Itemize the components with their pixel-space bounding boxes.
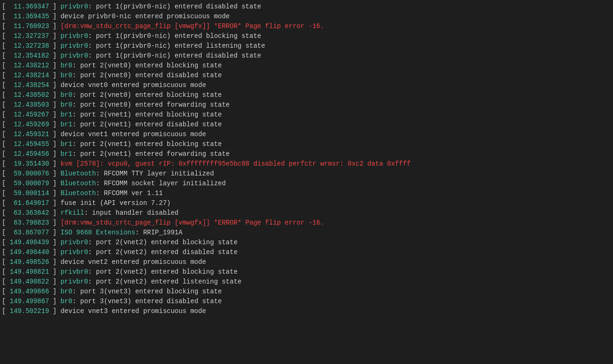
timestamp: 12.327238 xyxy=(6,41,52,51)
log-segment: br0 xyxy=(60,100,72,110)
log-segment: br0 xyxy=(60,297,72,306)
bracket-close: ] xyxy=(52,71,60,80)
log-segment: : port 2(vnet1) entered blocking state xyxy=(72,139,222,149)
bracket-open: [ xyxy=(2,100,6,110)
timestamp: 12.438502 xyxy=(6,90,52,100)
log-line: [ 11.369435] device privbr0-nic entered … xyxy=(0,12,613,22)
log-segment: privbr0 xyxy=(60,2,88,12)
log-segment: device vnet1 entered promiscuous mode xyxy=(60,130,206,139)
log-segment: ISO 9660 Extensions xyxy=(60,228,135,238)
bracket-open: [ xyxy=(2,287,6,297)
log-line: [ 12.438214] br0: port 2(vnet0) entered … xyxy=(0,71,613,80)
timestamp: 19.351430 xyxy=(6,159,52,169)
log-line: [ 149.498439] privbr0: port 2(vnet2) ent… xyxy=(0,238,613,248)
log-segment: kvm [2578]: vcpu0, guest rIP: 0xffffffff… xyxy=(60,159,411,169)
log-line: [ 63.798823] [drm:vmw_stdu_crtc_page_fli… xyxy=(0,218,613,228)
bracket-close: ] xyxy=(52,12,60,22)
bracket-open: [ xyxy=(2,149,6,159)
bracket-close: ] xyxy=(52,257,60,267)
bracket-close: ] xyxy=(52,238,60,248)
log-line: [ 149.498821] privbr0: port 2(vnet2) ent… xyxy=(0,267,613,277)
bracket-close: ] xyxy=(52,31,60,41)
log-line: [ 63.363842] rfkill: input handler disab… xyxy=(0,208,613,218)
log-segment: br1 xyxy=(60,139,72,149)
log-line: [ 149.498526] device vnet2 entered promi… xyxy=(0,257,613,267)
log-segment: privbr0 xyxy=(60,31,88,41)
log-line: [ 149.499867] br0: port 3(vnet3) entered… xyxy=(0,297,613,306)
log-segment: Bluetooth xyxy=(60,169,96,179)
log-segment: Bluetooth xyxy=(60,179,96,189)
bracket-close: ] xyxy=(52,130,60,139)
timestamp: 149.499866 xyxy=(6,287,52,297)
bracket-open: [ xyxy=(2,90,6,100)
log-segment: [drm:vmw_stdu_crtc_page_flip [vmwgfx]] *… xyxy=(60,22,324,31)
timestamp: 12.459269 xyxy=(6,120,52,130)
log-segment: : port 1(privbr0-nic) entered disabled s… xyxy=(88,2,261,12)
timestamp: 12.459321 xyxy=(6,130,52,139)
log-segment: : port 2(vnet1) entered disabled state xyxy=(72,120,222,130)
log-segment: br0 xyxy=(60,90,72,100)
timestamp: 63.363842 xyxy=(6,208,52,218)
log-segment: : port 2(vnet0) entered blocking state xyxy=(72,61,222,71)
bracket-open: [ xyxy=(2,248,6,257)
log-segment: : port 2(vnet2) entered blocking state xyxy=(88,267,237,277)
timestamp: 149.498821 xyxy=(6,267,52,277)
log-line: [ 12.354182] privbr0: port 1(privbr0-nic… xyxy=(0,51,613,61)
timestamp: 12.459455 xyxy=(6,139,52,149)
log-line: [ 12.459267] br1: port 2(vnet1) entered … xyxy=(0,110,613,120)
log-segment: : RFCOMM socket layer initialized xyxy=(96,179,226,189)
bracket-close: ] xyxy=(52,41,60,51)
bracket-close: ] xyxy=(52,100,60,110)
timestamp: 12.354182 xyxy=(6,51,52,61)
bracket-close: ] xyxy=(52,179,60,189)
bracket-open: [ xyxy=(2,130,6,139)
log-line: [ 12.438502] br0: port 2(vnet0) entered … xyxy=(0,90,613,100)
bracket-open: [ xyxy=(2,257,6,267)
log-line: [ 149.502219] device vnet3 entered promi… xyxy=(0,306,613,316)
timestamp: 12.459267 xyxy=(6,110,52,120)
bracket-open: [ xyxy=(2,297,6,306)
bracket-close: ] xyxy=(52,149,60,159)
log-segment: privbr0 xyxy=(60,277,88,287)
timestamp: 149.498822 xyxy=(6,277,52,287)
log-segment: : RFCOMM ver 1.11 xyxy=(96,189,163,198)
bracket-close: ] xyxy=(52,80,60,90)
bracket-open: [ xyxy=(2,22,6,31)
log-segment: br1 xyxy=(60,149,72,159)
log-segment: br1 xyxy=(60,110,72,120)
log-line: [ 63.867077] ISO 9660 Extensions: RRIP_1… xyxy=(0,228,613,238)
bracket-open: [ xyxy=(2,238,6,248)
log-line: [ 12.327237] privbr0: port 1(privbr0-nic… xyxy=(0,31,613,41)
timestamp: 12.327237 xyxy=(6,31,52,41)
log-segment: : port 2(vnet1) entered blocking state xyxy=(72,110,222,120)
bracket-close: ] xyxy=(52,189,60,198)
bracket-close: ] xyxy=(52,218,60,228)
timestamp: 12.438212 xyxy=(6,61,52,71)
bracket-close: ] xyxy=(52,22,60,31)
timestamp: 149.499867 xyxy=(6,297,52,306)
bracket-close: ] xyxy=(52,139,60,149)
bracket-open: [ xyxy=(2,71,6,80)
log-segment: : port 3(vnet3) entered disabled state xyxy=(72,297,222,306)
log-line: [ 149.498440] privbr0: port 2(vnet2) ent… xyxy=(0,248,613,257)
bracket-close: ] xyxy=(52,267,60,277)
timestamp: 11.369347 xyxy=(6,2,52,12)
log-line: [ 61.649017] fuse init (API version 7.27… xyxy=(0,198,613,208)
bracket-open: [ xyxy=(2,110,6,120)
log-line: [ 11.760923] [drm:vmw_stdu_crtc_page_fli… xyxy=(0,22,613,31)
log-line: [ 59.000114] Bluetooth: RFCOMM ver 1.11 xyxy=(0,189,613,198)
timestamp: 149.502219 xyxy=(6,306,52,316)
timestamp: 12.459456 xyxy=(6,149,52,159)
log-segment: privbr0 xyxy=(60,51,88,61)
bracket-open: [ xyxy=(2,208,6,218)
bracket-close: ] xyxy=(52,198,60,208)
bracket-open: [ xyxy=(2,80,6,90)
log-segment: br0 xyxy=(60,61,72,71)
bracket-open: [ xyxy=(2,169,6,179)
log-line: [ 12.327238] privbr0: port 1(privbr0-nic… xyxy=(0,41,613,51)
bracket-close: ] xyxy=(52,90,60,100)
bracket-open: [ xyxy=(2,189,6,198)
log-line: [ 12.459321] device vnet1 entered promis… xyxy=(0,130,613,139)
log-line: [ 12.459269] br1: port 2(vnet1) entered … xyxy=(0,120,613,130)
timestamp: 63.798823 xyxy=(6,218,52,228)
